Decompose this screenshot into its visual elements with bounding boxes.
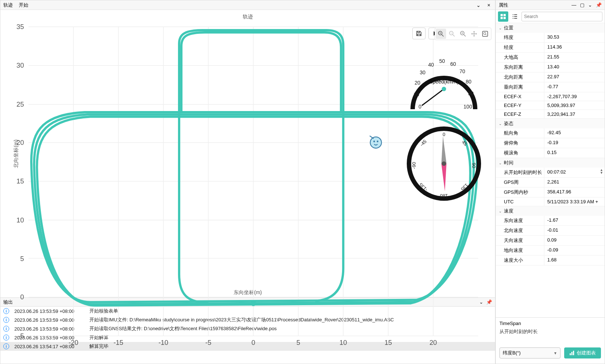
svg-line-41 <box>442 35 444 36</box>
property-row[interactable]: 北向距离 22.97 <box>496 72 605 82</box>
property-row[interactable]: 俯仰角 -0.19 <box>496 138 605 148</box>
property-group-header[interactable]: ⌄时间 <box>496 158 605 168</box>
property-key: 北向距离 <box>496 72 544 82</box>
property-value[interactable]: -2,267,707.39 <box>544 92 605 101</box>
property-value[interactable]: -0.01 <box>544 226 605 235</box>
property-key: ECEF-Y <box>496 101 544 110</box>
pan-icon <box>471 31 477 37</box>
property-value[interactable]: 1.68 <box>544 256 605 265</box>
spinner-icon[interactable]: ▲▼ <box>600 168 603 174</box>
svg-text:0: 0 <box>252 339 255 346</box>
svg-text:30: 30 <box>420 69 426 75</box>
property-key: 东向速度 <box>496 216 544 225</box>
property-group-name: 时间 <box>504 160 513 166</box>
zoom-out-button[interactable] <box>447 29 457 39</box>
property-row[interactable]: 纬度 30.53 <box>496 33 605 43</box>
property-row[interactable]: 东向距离 13.40 <box>496 63 605 72</box>
property-row[interactable]: 经度 114.36 <box>496 43 605 53</box>
property-value[interactable]: -92.45 <box>544 128 605 138</box>
svg-text:35: 35 <box>17 23 24 31</box>
grid-icon <box>500 14 506 19</box>
property-value[interactable]: 2,261 <box>544 178 605 187</box>
property-value[interactable]: 22.97 <box>544 72 605 82</box>
categorized-view-button[interactable] <box>498 11 508 22</box>
chevron-down-icon: ⌄ <box>499 122 502 126</box>
property-row[interactable]: 从开始时刻的时长 00:07:02▲▼ <box>496 168 605 178</box>
zoom-reset-button[interactable] <box>458 29 468 39</box>
svg-point-76 <box>442 161 446 166</box>
svg-rect-79 <box>501 17 503 19</box>
svg-text:-90: -90 <box>411 162 417 169</box>
property-tree[interactable]: ⌄位置纬度 30.53经度 114.36大地高 21.55东向距离 13.40北… <box>496 23 605 317</box>
property-value[interactable]: 13.40 <box>544 63 605 72</box>
props-maximize-icon[interactable]: ▢ <box>580 2 584 8</box>
property-value[interactable]: 5,009,393.97 <box>544 101 605 110</box>
property-group-header[interactable]: ⌄速度 <box>496 206 605 216</box>
svg-rect-83 <box>573 351 574 355</box>
svg-text:20: 20 <box>430 339 437 346</box>
property-row[interactable]: 地向速度 -0.09 <box>496 246 605 256</box>
svg-text:40: 40 <box>428 62 434 68</box>
trajectory-chart[interactable]: 轨迹 北向坐标(m) 东向坐标(m) -20 -15 -10 -5 <box>0 10 495 297</box>
alphabetical-view-button[interactable] <box>510 11 520 22</box>
chevron-down-icon: ⌄ <box>499 26 502 30</box>
props-pin-icon[interactable]: 📌 <box>596 2 602 8</box>
window-close-icon[interactable]: × <box>485 2 492 8</box>
property-group-header[interactable]: ⌄位置 <box>496 23 605 33</box>
property-desc-sub: 从开始时刻的时长 <box>499 328 601 335</box>
property-row[interactable]: 北向速度 -0.01 <box>496 226 605 236</box>
chart-field-select[interactable]: 纬度B(°) ▼ <box>499 347 560 358</box>
chevron-down-icon: ⌄ <box>499 161 502 165</box>
property-value[interactable]: 5/11/2023 3:33:19 AM + <box>544 197 605 206</box>
property-key: ECEF-Z <box>496 110 544 118</box>
property-key: 航向角 <box>496 128 544 138</box>
props-minimize-icon[interactable]: — <box>572 2 576 8</box>
property-value[interactable]: -0.19 <box>544 138 605 148</box>
window-collapse-icon[interactable]: ⌄ <box>475 2 482 8</box>
svg-marker-75 <box>441 164 448 191</box>
property-value[interactable]: 0.15 <box>544 148 605 158</box>
property-row[interactable]: ECEF-Y 5,009,393.97 <box>496 101 605 110</box>
svg-text:70: 70 <box>459 68 465 74</box>
property-row[interactable]: 垂向距离 -0.77 <box>496 82 605 92</box>
property-value[interactable]: 3,220,941.37 <box>544 110 605 118</box>
property-value[interactable]: -0.09 <box>544 246 605 255</box>
property-row[interactable]: 东向速度 -1.67 <box>496 216 605 226</box>
menu-trajectory[interactable]: 轨迹 <box>3 2 13 8</box>
save-button[interactable] <box>412 28 426 39</box>
property-row[interactable]: 天向速度 0.09 <box>496 236 605 246</box>
property-row[interactable]: GPS周 2,261 <box>496 178 605 188</box>
property-row[interactable]: 航向角 -92.45 <box>496 128 605 138</box>
create-chart-button[interactable]: 创建图表 <box>564 347 601 358</box>
property-key: GPS周内秒 <box>496 188 544 197</box>
svg-line-45 <box>453 35 455 36</box>
svg-text:-20: -20 <box>68 339 78 346</box>
zoom-in-button[interactable] <box>436 29 446 39</box>
property-value[interactable]: 30.53 <box>544 33 605 42</box>
property-row[interactable]: 速度大小 1.68 <box>496 256 605 265</box>
props-collapse-icon[interactable]: ⌄ <box>588 2 592 8</box>
svg-text:60: 60 <box>450 61 456 67</box>
svg-text:180: 180 <box>440 193 448 199</box>
menu-start[interactable]: 开始 <box>19 2 28 8</box>
search-input[interactable] <box>522 12 602 21</box>
box-zoom-icon <box>482 31 488 37</box>
chevron-down-icon: ⌄ <box>499 209 502 213</box>
pan-button[interactable] <box>469 29 479 39</box>
property-value[interactable]: 114.36 <box>544 43 605 52</box>
property-value[interactable]: -0.77 <box>544 82 605 92</box>
property-value[interactable]: 358,417.96 <box>544 188 605 197</box>
property-value[interactable]: 21.55 <box>544 53 605 62</box>
property-value[interactable]: -1.67 <box>544 216 605 225</box>
property-value[interactable]: 0.09 <box>544 236 605 245</box>
svg-text:-5: -5 <box>205 339 211 346</box>
box-zoom-button[interactable] <box>480 29 490 39</box>
property-row[interactable]: 大地高 21.55 <box>496 53 605 63</box>
property-value[interactable]: 00:07:02▲▼ <box>544 168 605 177</box>
property-row[interactable]: ECEF-Z 3,220,941.37 <box>496 110 605 119</box>
property-row[interactable]: 横滚角 0.15 <box>496 148 605 158</box>
property-row[interactable]: UTC 5/11/2023 3:33:19 AM + <box>496 197 605 206</box>
property-row[interactable]: GPS周内秒 358,417.96 <box>496 188 605 197</box>
property-group-header[interactable]: ⌄姿态 <box>496 119 605 128</box>
property-row[interactable]: ECEF-X -2,267,707.39 <box>496 92 605 101</box>
